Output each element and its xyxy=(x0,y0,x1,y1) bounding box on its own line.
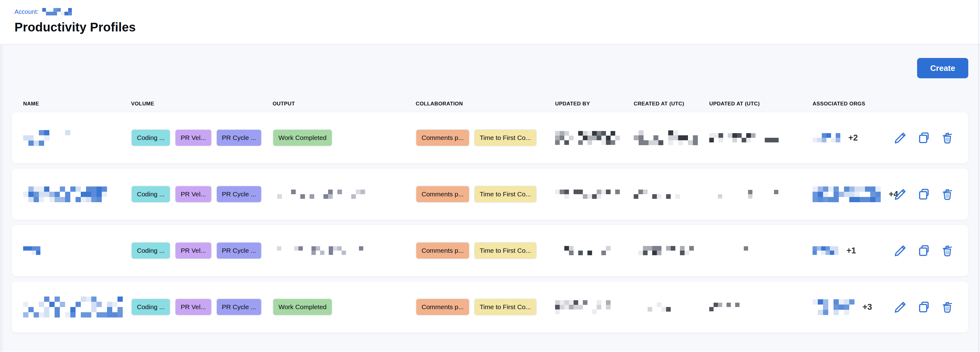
profile-name-redacted xyxy=(23,246,131,255)
name-mosaic xyxy=(23,246,40,255)
profile-name-redacted xyxy=(23,297,131,317)
updated-at-redacted xyxy=(709,303,813,311)
table-header-row: NAME VOLUME OUTPUT COLLABORATION UPDATED… xyxy=(12,95,968,112)
edit-pencil-icon xyxy=(894,244,907,257)
table-row: Coding ...PR Vel...PR Cycle ... Work Com… xyxy=(12,112,968,163)
row-actions xyxy=(888,244,968,257)
account-label: Account: xyxy=(14,8,38,16)
volume-chip: PR Cycle ... xyxy=(216,298,262,316)
edit-button[interactable] xyxy=(894,131,907,144)
orgs-more-count: +2 xyxy=(848,133,858,143)
associated-orgs-cell: +4 xyxy=(813,187,888,202)
collaboration-chip: Time to First Co... xyxy=(474,186,537,203)
volume-chip: PR Vel... xyxy=(175,242,212,259)
scrollbar-track[interactable] xyxy=(978,0,979,352)
updated-by-redacted xyxy=(555,190,634,199)
orgs-mosaic xyxy=(813,133,840,143)
account-name-redacted xyxy=(42,8,72,16)
collaboration-metrics-cell: Comments p...Time to First Co... xyxy=(416,129,555,146)
name-mosaic xyxy=(23,187,107,202)
edit-button[interactable] xyxy=(894,244,907,257)
table-row: Coding ...PR Vel...PR Cycle ... Comments… xyxy=(12,225,968,276)
edit-pencil-icon xyxy=(894,131,907,144)
name-mosaic xyxy=(23,297,123,317)
volume-chip: PR Vel... xyxy=(175,298,212,316)
updated-at-mosaic xyxy=(709,190,778,198)
column-header-volume: VOLUME xyxy=(131,101,273,107)
edit-pencil-icon xyxy=(894,187,907,201)
output-metrics-cell xyxy=(273,246,416,255)
updated-by-mosaic xyxy=(555,300,611,314)
collaboration-metrics-cell: Comments p...Time to First Co... xyxy=(416,298,555,316)
duplicate-copy-icon xyxy=(917,131,931,144)
associated-orgs-cell: +1 xyxy=(813,246,888,255)
edit-button[interactable] xyxy=(894,187,907,201)
delete-button[interactable] xyxy=(940,244,954,257)
orgs-mosaic xyxy=(813,246,838,255)
collaboration-chip: Time to First Co... xyxy=(474,129,537,146)
column-header-associated-orgs: ASSOCIATED ORGS xyxy=(813,101,888,107)
profile-name-redacted xyxy=(23,130,131,146)
orgs-more-count: +3 xyxy=(862,302,872,312)
volume-chip: Coding ... xyxy=(131,186,170,203)
orgs-mosaic xyxy=(813,299,854,315)
duplicate-button[interactable] xyxy=(917,300,931,314)
table-row: Coding ...PR Vel...PR Cycle ... Work Com… xyxy=(12,281,968,333)
account-link[interactable]: Account: xyxy=(14,7,980,16)
collaboration-metrics-cell: Comments p...Time to First Co... xyxy=(416,242,555,259)
name-mosaic xyxy=(23,130,76,146)
output-mosaic xyxy=(273,246,363,255)
output-metrics-cell: Work Completed xyxy=(273,298,416,316)
delete-button[interactable] xyxy=(940,187,954,201)
updated-at-redacted xyxy=(709,133,813,143)
column-header-output: OUTPUT xyxy=(273,101,416,107)
output-metrics-cell xyxy=(273,190,416,199)
delete-trash-icon xyxy=(940,187,954,201)
row-actions xyxy=(888,300,968,314)
table-body: Coding ...PR Vel...PR Cycle ... Work Com… xyxy=(12,112,968,333)
volume-chip: PR Cycle ... xyxy=(216,242,262,259)
volume-chip: PR Vel... xyxy=(175,186,212,203)
row-actions xyxy=(888,187,968,201)
left-edge-shade xyxy=(0,45,4,352)
orgs-more-count: +1 xyxy=(846,246,856,255)
updated-by-mosaic xyxy=(555,131,620,145)
app-header: Account: Productivity Profiles xyxy=(0,0,980,45)
created-at-mosaic xyxy=(634,190,680,199)
updated-by-mosaic xyxy=(555,246,615,255)
main-content: Create NAME VOLUME OUTPUT COLLABORATION … xyxy=(0,45,980,351)
orgs-mosaic xyxy=(813,187,881,202)
row-actions xyxy=(888,131,968,144)
created-at-redacted xyxy=(634,246,709,255)
page-title: Productivity Profiles xyxy=(14,21,980,34)
collaboration-chip: Comments p... xyxy=(416,242,470,259)
column-header-created-at: CREATED AT (UTC) xyxy=(634,101,709,107)
duplicate-button[interactable] xyxy=(917,131,931,144)
duplicate-button[interactable] xyxy=(917,187,931,201)
output-metrics-cell: Work Completed xyxy=(273,129,416,146)
create-button[interactable]: Create xyxy=(917,58,968,78)
collaboration-chip: Time to First Co... xyxy=(474,298,537,316)
updated-at-redacted xyxy=(709,190,813,198)
table-row: Coding ...PR Vel...PR Cycle ... Comments… xyxy=(12,169,968,220)
created-at-redacted xyxy=(634,130,709,145)
edit-pencil-icon xyxy=(894,300,907,314)
created-at-mosaic xyxy=(634,302,671,312)
volume-chip: Coding ... xyxy=(131,129,170,146)
delete-button[interactable] xyxy=(940,300,954,314)
volume-metrics-cell: Coding ...PR Vel...PR Cycle ... xyxy=(131,129,273,146)
duplicate-button[interactable] xyxy=(917,244,931,257)
collaboration-chip: Comments p... xyxy=(416,186,470,203)
profile-name-redacted xyxy=(23,187,131,202)
output-chip: Work Completed xyxy=(273,298,332,316)
created-at-mosaic xyxy=(634,130,698,145)
collaboration-metrics-cell: Comments p...Time to First Co... xyxy=(416,186,555,203)
delete-button[interactable] xyxy=(940,131,954,144)
edit-button[interactable] xyxy=(894,300,907,314)
volume-chip: PR Vel... xyxy=(175,129,212,146)
column-header-collaboration: COLLABORATION xyxy=(416,101,555,107)
volume-metrics-cell: Coding ...PR Vel...PR Cycle ... xyxy=(131,242,273,259)
column-header-updated-at: UPDATED AT (UTC) xyxy=(709,101,813,107)
volume-chip: Coding ... xyxy=(131,298,170,316)
delete-trash-icon xyxy=(940,244,954,257)
